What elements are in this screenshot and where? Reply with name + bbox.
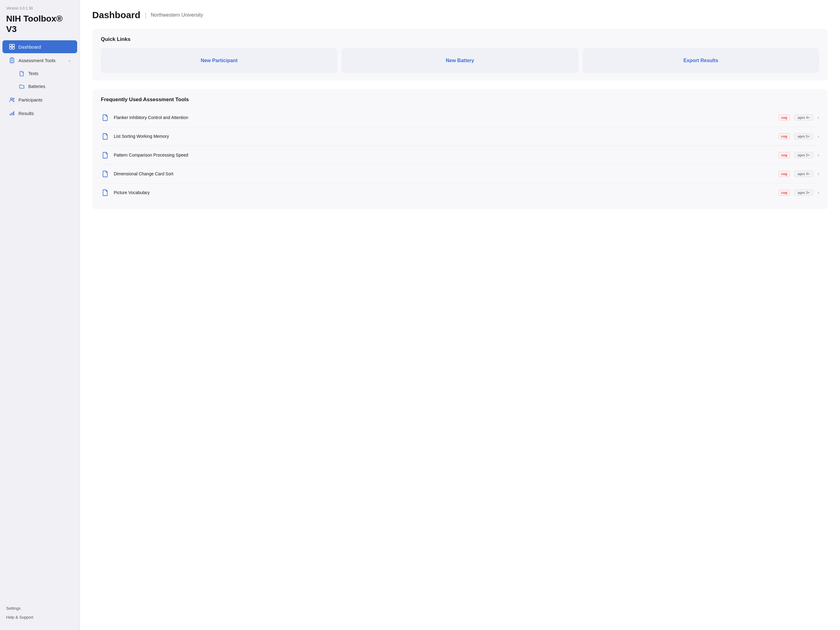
tool-file-icon xyxy=(101,169,109,178)
tool-badge-ages: ages 3+ xyxy=(794,190,813,196)
quick-links-section: Quick Links New Participant New Battery … xyxy=(92,29,828,81)
tool-badge-cog: cog xyxy=(778,152,790,158)
tool-file-icon xyxy=(101,132,109,141)
sidebar-item-assessment-tools[interactable]: Assessment Tools ⌄ xyxy=(2,54,77,67)
tool-name: Picture Vocabulary xyxy=(114,190,774,195)
sidebar-item-participants[interactable]: Participants xyxy=(2,93,77,106)
sidebar-item-assessment-tools-label: Assessment Tools xyxy=(19,58,65,63)
tool-badge-cog: cog xyxy=(778,190,790,196)
svg-rect-0 xyxy=(9,44,12,46)
page-subtitle: Northwestern University xyxy=(151,12,203,18)
quick-links-grid: New Participant New Battery Export Resul… xyxy=(101,48,819,73)
tool-name: List Sorting Working Memory xyxy=(114,134,774,139)
chevron-right-icon: › xyxy=(818,171,819,177)
tool-row[interactable]: Picture Vocabulary cog ages 3+ › xyxy=(101,184,819,202)
new-battery-button[interactable]: New Battery xyxy=(342,48,578,73)
settings-link[interactable]: Settings xyxy=(6,605,74,612)
sidebar-item-tests[interactable]: Tests xyxy=(2,67,77,80)
tool-badge-cog: cog xyxy=(778,114,790,120)
svg-point-9 xyxy=(13,98,14,99)
tool-badge-ages: ages 4+ xyxy=(794,171,813,177)
tool-badge-ages: ages 5+ xyxy=(794,133,813,139)
tool-row[interactable]: Flanker Inhibitory Control and Attention… xyxy=(101,108,819,127)
svg-rect-3 xyxy=(12,47,14,49)
svg-point-8 xyxy=(11,98,12,100)
tools-list: Flanker Inhibitory Control and Attention… xyxy=(101,108,819,202)
page-title: Dashboard xyxy=(92,10,141,20)
chart-icon xyxy=(9,110,15,117)
svg-rect-10 xyxy=(10,114,11,116)
tool-badge-cog: cog xyxy=(778,171,790,177)
file-icon xyxy=(19,70,25,77)
grid-icon xyxy=(9,43,15,50)
sidebar-item-dashboard[interactable]: Dashboard xyxy=(2,40,77,53)
sidebar-item-participants-label: Participants xyxy=(19,97,71,103)
folder-icon xyxy=(19,83,25,90)
help-link[interactable]: Help & Support xyxy=(6,614,74,621)
tool-name: Pattern Comparison Processing Speed xyxy=(114,153,774,157)
tool-row[interactable]: List Sorting Working Memory cog ages 5+ … xyxy=(101,127,819,146)
sidebar-item-batteries[interactable]: Batteries xyxy=(2,80,77,93)
quick-links-title: Quick Links xyxy=(101,36,819,43)
tool-row[interactable]: Pattern Comparison Processing Speed cog … xyxy=(101,146,819,165)
tool-name: Dimensional Change Card Sort xyxy=(114,171,774,176)
page-header: Dashboard | Northwestern University xyxy=(92,10,828,20)
tool-badge-ages: ages 5+ xyxy=(794,152,813,158)
version-label: Version 3.0.1.30 xyxy=(0,6,80,14)
sidebar-nav: Dashboard Assessment Tools ⌄ xyxy=(0,40,80,602)
sidebar: Version 3.0.1.30 NIH Toolbox® V3 Dashboa… xyxy=(0,0,80,630)
assessment-tools-section: Frequently Used Assessment Tools Flanker… xyxy=(92,89,828,209)
tool-file-icon xyxy=(101,188,109,197)
svg-rect-2 xyxy=(9,47,12,49)
sidebar-item-tests-label: Tests xyxy=(28,71,38,76)
header-divider: | xyxy=(145,11,147,19)
clipboard-icon xyxy=(9,57,15,64)
chevron-right-icon: › xyxy=(818,115,819,120)
svg-rect-1 xyxy=(12,44,14,46)
sidebar-bottom: Settings Help & Support xyxy=(0,602,80,624)
svg-rect-11 xyxy=(12,112,13,116)
chevron-right-icon: › xyxy=(818,133,819,139)
tool-badge-cog: cog xyxy=(778,133,790,139)
new-participant-button[interactable]: New Participant xyxy=(101,48,337,73)
sidebar-item-dashboard-label: Dashboard xyxy=(19,44,71,49)
tool-badge-ages: ages 4+ xyxy=(794,114,813,120)
assessment-tools-title: Frequently Used Assessment Tools xyxy=(101,97,819,103)
app-title: NIH Toolbox® V3 xyxy=(0,14,80,40)
chevron-down-icon: ⌄ xyxy=(68,58,71,62)
chevron-right-icon: › xyxy=(818,190,819,195)
tool-file-icon xyxy=(101,151,109,159)
main-content: Dashboard | Northwestern University Quic… xyxy=(80,0,840,630)
sidebar-item-results[interactable]: Results xyxy=(2,107,77,120)
sidebar-item-results-label: Results xyxy=(19,111,71,116)
tool-file-icon xyxy=(101,113,109,122)
export-results-button[interactable]: Export Results xyxy=(583,48,819,73)
tool-row[interactable]: Dimensional Change Card Sort cog ages 4+… xyxy=(101,165,819,184)
sidebar-item-batteries-label: Batteries xyxy=(28,84,45,89)
chevron-right-icon: › xyxy=(818,152,819,158)
users-icon xyxy=(9,96,15,103)
tool-name: Flanker Inhibitory Control and Attention xyxy=(114,115,774,120)
svg-rect-12 xyxy=(13,111,14,116)
